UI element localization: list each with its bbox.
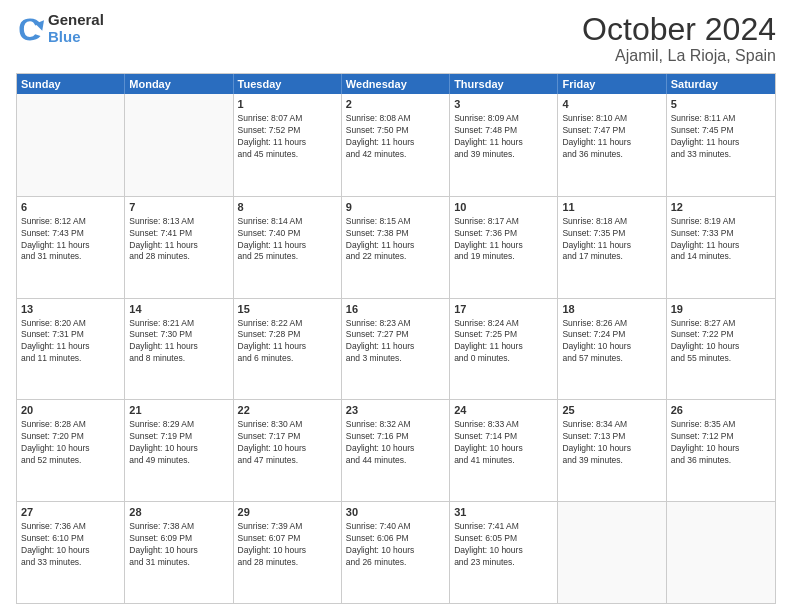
calendar-week: 13Sunrise: 8:20 AMSunset: 7:31 PMDayligh… (17, 298, 775, 400)
day-number: 15 (238, 302, 337, 317)
calendar-cell: 17Sunrise: 8:24 AMSunset: 7:25 PMDayligh… (450, 299, 558, 400)
day-number: 17 (454, 302, 553, 317)
day-number: 11 (562, 200, 661, 215)
cell-details: Sunrise: 8:32 AMSunset: 7:16 PMDaylight:… (346, 419, 445, 467)
header: General Blue October 2024 Ajamil, La Rio… (16, 12, 776, 65)
calendar-title: October 2024 (582, 12, 776, 47)
cell-details: Sunrise: 8:29 AMSunset: 7:19 PMDaylight:… (129, 419, 228, 467)
calendar-cell: 3Sunrise: 8:09 AMSunset: 7:48 PMDaylight… (450, 94, 558, 196)
calendar-cell: 21Sunrise: 8:29 AMSunset: 7:19 PMDayligh… (125, 400, 233, 501)
cell-details: Sunrise: 7:38 AMSunset: 6:09 PMDaylight:… (129, 521, 228, 569)
day-header: Wednesday (342, 74, 450, 94)
day-number: 9 (346, 200, 445, 215)
cell-details: Sunrise: 8:24 AMSunset: 7:25 PMDaylight:… (454, 318, 553, 366)
cell-details: Sunrise: 8:28 AMSunset: 7:20 PMDaylight:… (21, 419, 120, 467)
day-number: 3 (454, 97, 553, 112)
day-number: 23 (346, 403, 445, 418)
calendar-week: 20Sunrise: 8:28 AMSunset: 7:20 PMDayligh… (17, 399, 775, 501)
day-number: 6 (21, 200, 120, 215)
page: General Blue October 2024 Ajamil, La Rio… (0, 0, 792, 612)
calendar-cell: 16Sunrise: 8:23 AMSunset: 7:27 PMDayligh… (342, 299, 450, 400)
logo: General Blue (16, 12, 104, 45)
cell-details: Sunrise: 8:15 AMSunset: 7:38 PMDaylight:… (346, 216, 445, 264)
calendar-cell: 15Sunrise: 8:22 AMSunset: 7:28 PMDayligh… (234, 299, 342, 400)
day-number: 16 (346, 302, 445, 317)
calendar-cell: 11Sunrise: 8:18 AMSunset: 7:35 PMDayligh… (558, 197, 666, 298)
calendar-cell: 20Sunrise: 8:28 AMSunset: 7:20 PMDayligh… (17, 400, 125, 501)
day-number: 22 (238, 403, 337, 418)
logo-icon (16, 15, 44, 43)
cell-details: Sunrise: 7:36 AMSunset: 6:10 PMDaylight:… (21, 521, 120, 569)
day-header: Sunday (17, 74, 125, 94)
calendar-cell: 13Sunrise: 8:20 AMSunset: 7:31 PMDayligh… (17, 299, 125, 400)
calendar-cell: 26Sunrise: 8:35 AMSunset: 7:12 PMDayligh… (667, 400, 775, 501)
calendar-cell: 23Sunrise: 8:32 AMSunset: 7:16 PMDayligh… (342, 400, 450, 501)
cell-details: Sunrise: 8:26 AMSunset: 7:24 PMDaylight:… (562, 318, 661, 366)
calendar-cell: 27Sunrise: 7:36 AMSunset: 6:10 PMDayligh… (17, 502, 125, 603)
calendar-cell: 30Sunrise: 7:40 AMSunset: 6:06 PMDayligh… (342, 502, 450, 603)
calendar-cell: 8Sunrise: 8:14 AMSunset: 7:40 PMDaylight… (234, 197, 342, 298)
day-number: 14 (129, 302, 228, 317)
day-header: Thursday (450, 74, 558, 94)
day-number: 31 (454, 505, 553, 520)
day-number: 12 (671, 200, 771, 215)
cell-details: Sunrise: 7:39 AMSunset: 6:07 PMDaylight:… (238, 521, 337, 569)
calendar-cell: 22Sunrise: 8:30 AMSunset: 7:17 PMDayligh… (234, 400, 342, 501)
cell-details: Sunrise: 7:40 AMSunset: 6:06 PMDaylight:… (346, 521, 445, 569)
cell-details: Sunrise: 8:13 AMSunset: 7:41 PMDaylight:… (129, 216, 228, 264)
calendar-cell: 29Sunrise: 7:39 AMSunset: 6:07 PMDayligh… (234, 502, 342, 603)
day-number: 1 (238, 97, 337, 112)
cell-details: Sunrise: 8:07 AMSunset: 7:52 PMDaylight:… (238, 113, 337, 161)
calendar-cell (558, 502, 666, 603)
calendar-cell (667, 502, 775, 603)
cell-details: Sunrise: 8:12 AMSunset: 7:43 PMDaylight:… (21, 216, 120, 264)
day-number: 18 (562, 302, 661, 317)
day-number: 25 (562, 403, 661, 418)
cell-details: Sunrise: 8:22 AMSunset: 7:28 PMDaylight:… (238, 318, 337, 366)
day-number: 30 (346, 505, 445, 520)
calendar-cell: 14Sunrise: 8:21 AMSunset: 7:30 PMDayligh… (125, 299, 233, 400)
calendar-cell: 9Sunrise: 8:15 AMSunset: 7:38 PMDaylight… (342, 197, 450, 298)
calendar-cell: 6Sunrise: 8:12 AMSunset: 7:43 PMDaylight… (17, 197, 125, 298)
logo-text: General Blue (48, 12, 104, 45)
day-number: 13 (21, 302, 120, 317)
day-header: Saturday (667, 74, 775, 94)
day-number: 2 (346, 97, 445, 112)
cell-details: Sunrise: 8:08 AMSunset: 7:50 PMDaylight:… (346, 113, 445, 161)
calendar-cell: 10Sunrise: 8:17 AMSunset: 7:36 PMDayligh… (450, 197, 558, 298)
cell-details: Sunrise: 8:17 AMSunset: 7:36 PMDaylight:… (454, 216, 553, 264)
calendar-week: 6Sunrise: 8:12 AMSunset: 7:43 PMDaylight… (17, 196, 775, 298)
cell-details: Sunrise: 7:41 AMSunset: 6:05 PMDaylight:… (454, 521, 553, 569)
calendar-subtitle: Ajamil, La Rioja, Spain (582, 47, 776, 65)
cell-details: Sunrise: 8:09 AMSunset: 7:48 PMDaylight:… (454, 113, 553, 161)
day-number: 24 (454, 403, 553, 418)
cell-details: Sunrise: 8:10 AMSunset: 7:47 PMDaylight:… (562, 113, 661, 161)
calendar-cell (17, 94, 125, 196)
day-number: 19 (671, 302, 771, 317)
calendar-week: 27Sunrise: 7:36 AMSunset: 6:10 PMDayligh… (17, 501, 775, 603)
calendar-cell: 12Sunrise: 8:19 AMSunset: 7:33 PMDayligh… (667, 197, 775, 298)
day-number: 7 (129, 200, 228, 215)
cell-details: Sunrise: 8:23 AMSunset: 7:27 PMDaylight:… (346, 318, 445, 366)
calendar-cell: 4Sunrise: 8:10 AMSunset: 7:47 PMDaylight… (558, 94, 666, 196)
cell-details: Sunrise: 8:18 AMSunset: 7:35 PMDaylight:… (562, 216, 661, 264)
cell-details: Sunrise: 8:30 AMSunset: 7:17 PMDaylight:… (238, 419, 337, 467)
day-number: 28 (129, 505, 228, 520)
cell-details: Sunrise: 8:20 AMSunset: 7:31 PMDaylight:… (21, 318, 120, 366)
day-number: 26 (671, 403, 771, 418)
cell-details: Sunrise: 8:35 AMSunset: 7:12 PMDaylight:… (671, 419, 771, 467)
day-header: Monday (125, 74, 233, 94)
calendar-body: 1Sunrise: 8:07 AMSunset: 7:52 PMDaylight… (17, 94, 775, 603)
cell-details: Sunrise: 8:11 AMSunset: 7:45 PMDaylight:… (671, 113, 771, 161)
calendar-cell: 24Sunrise: 8:33 AMSunset: 7:14 PMDayligh… (450, 400, 558, 501)
day-header: Tuesday (234, 74, 342, 94)
day-number: 4 (562, 97, 661, 112)
cell-details: Sunrise: 8:21 AMSunset: 7:30 PMDaylight:… (129, 318, 228, 366)
day-number: 29 (238, 505, 337, 520)
calendar-cell: 28Sunrise: 7:38 AMSunset: 6:09 PMDayligh… (125, 502, 233, 603)
calendar-cell: 2Sunrise: 8:08 AMSunset: 7:50 PMDaylight… (342, 94, 450, 196)
calendar-cell: 19Sunrise: 8:27 AMSunset: 7:22 PMDayligh… (667, 299, 775, 400)
calendar-cell: 5Sunrise: 8:11 AMSunset: 7:45 PMDaylight… (667, 94, 775, 196)
cell-details: Sunrise: 8:27 AMSunset: 7:22 PMDaylight:… (671, 318, 771, 366)
day-number: 20 (21, 403, 120, 418)
